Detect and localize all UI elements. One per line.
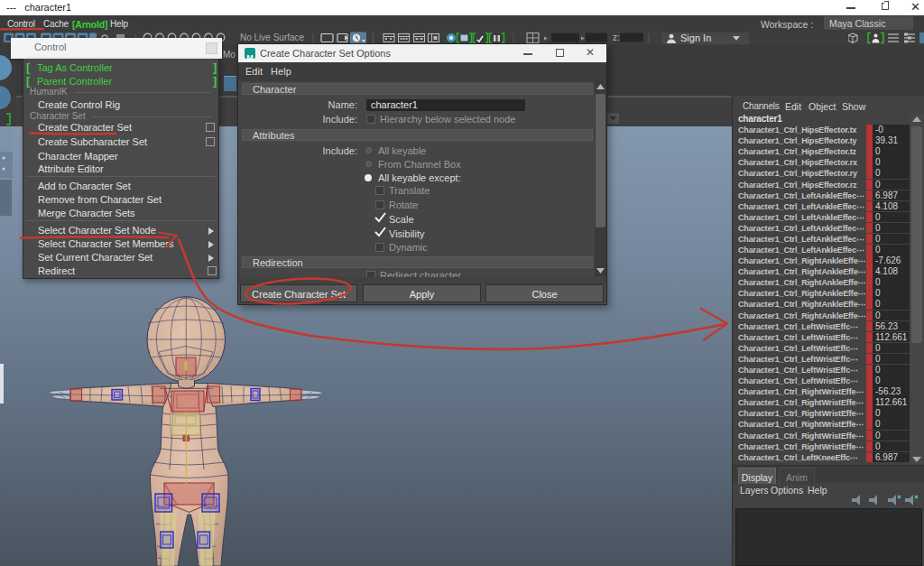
svg-text:No Live Surface: No Live Surface bbox=[240, 32, 305, 42]
svg-text:z:: z: bbox=[613, 32, 620, 42]
